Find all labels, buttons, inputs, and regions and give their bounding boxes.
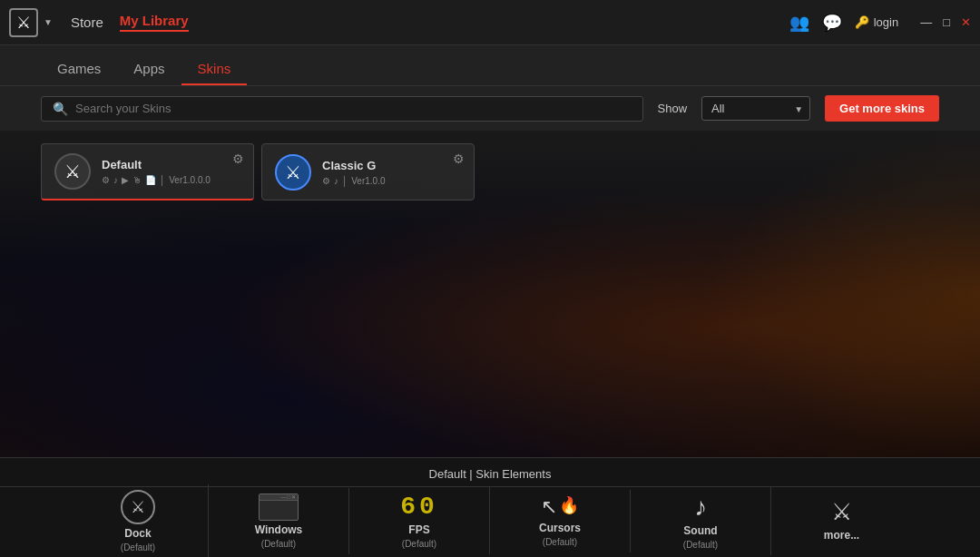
element-dock-name: Dock bbox=[124, 527, 151, 540]
skin-icons-default: ⚙ ♪ ▶ 🖱 📄 │ Ver1.0.0.0 bbox=[102, 175, 240, 185]
skins-grid: ⚔ Default ⚙ ♪ ▶ 🖱 📄 │ Ver1.0.0.0 ⚙ ⚔ Cla… bbox=[41, 143, 475, 200]
element-windows[interactable]: —□✕ Windows (Default) bbox=[209, 488, 349, 554]
maximize-button[interactable]: □ bbox=[943, 15, 950, 29]
toolbar: 🔍 Show All Installed Not Installed Get m… bbox=[0, 86, 980, 131]
titlebar: ⚔ ▼ Store My Library 👥 💬 🔑 login — □ ✕ bbox=[0, 0, 980, 45]
nav-mylibrary[interactable]: My Library bbox=[120, 13, 189, 32]
element-sound[interactable]: ♪ Sound (Default) bbox=[631, 487, 771, 555]
tab-skins[interactable]: Skins bbox=[181, 52, 248, 85]
login-label: login bbox=[874, 15, 898, 29]
main-content: ⚔ Default ⚙ ♪ ▶ 🖱 📄 │ Ver1.0.0.0 ⚙ ⚔ Cla… bbox=[0, 131, 980, 458]
windows-topbar: —□✕ bbox=[260, 494, 298, 501]
skin-avatar-default: ⚔ bbox=[54, 153, 91, 190]
element-more[interactable]: ⚔ more... bbox=[771, 493, 912, 550]
get-more-skins-button[interactable]: Get more skins bbox=[825, 95, 939, 122]
minimize-button[interactable]: — bbox=[920, 15, 932, 29]
skin-version-classic-g: Ver1.0.0 bbox=[351, 176, 385, 186]
tab-apps[interactable]: Apps bbox=[117, 52, 181, 85]
element-dock[interactable]: ⚔ Dock (Default) bbox=[68, 484, 209, 558]
elements-row: ⚔ Dock (Default) —□✕ Windows (Default) 6… bbox=[0, 487, 980, 554]
element-more-name: more... bbox=[824, 529, 859, 542]
element-dock-default: (Default) bbox=[121, 542, 155, 552]
search-icon: 🔍 bbox=[53, 102, 68, 116]
tabs-bar: Games Apps Skins bbox=[0, 45, 980, 86]
skin-version-default: Ver1.0.0.0 bbox=[169, 175, 211, 185]
element-cursors[interactable]: ↖ 🔥 Cursors (Default) bbox=[490, 490, 631, 552]
chat-icon[interactable]: 💬 bbox=[822, 13, 842, 33]
user-group-icon[interactable]: 👥 bbox=[789, 13, 809, 33]
skin-name-default: Default bbox=[102, 158, 240, 171]
close-button[interactable]: ✕ bbox=[961, 15, 971, 29]
skin-gear-classic-g[interactable]: ⚙ bbox=[453, 151, 465, 166]
bottom-panel: Default | Skin Elements ⚔ Dock (Default)… bbox=[0, 457, 980, 557]
element-sound-name: Sound bbox=[683, 524, 717, 537]
search-input[interactable] bbox=[75, 102, 632, 115]
element-windows-default: (Default) bbox=[261, 539, 296, 549]
sound-icon: ♪ bbox=[694, 493, 707, 522]
skin-name-classic-g: Classic G bbox=[322, 159, 461, 172]
windows-icon: —□✕ bbox=[259, 493, 299, 521]
skin-gear-default[interactable]: ⚙ bbox=[232, 151, 244, 166]
tab-games[interactable]: Games bbox=[41, 52, 117, 85]
element-sound-default: (Default) bbox=[683, 540, 718, 550]
skin-info-classic-g: Classic G ⚙ ♪ │ Ver1.0.0 bbox=[322, 159, 461, 186]
skin-card-classic-g[interactable]: ⚔ Classic G ⚙ ♪ │ Ver1.0.0 ⚙ bbox=[261, 143, 475, 200]
search-container: 🔍 bbox=[41, 96, 643, 122]
key-icon: 🔑 bbox=[855, 15, 869, 29]
skin-info-default: Default ⚙ ♪ ▶ 🖱 📄 │ Ver1.0.0.0 bbox=[102, 158, 240, 185]
element-fps-name: FPS bbox=[408, 523, 429, 536]
show-dropdown-wrapper[interactable]: All Installed Not Installed bbox=[701, 96, 810, 121]
window-controls: — □ ✕ bbox=[920, 15, 971, 29]
skin-icons-classic-g: ⚙ ♪ │ Ver1.0.0 bbox=[322, 176, 461, 186]
fps-icon: 60 bbox=[400, 493, 438, 521]
skin-card-default[interactable]: ⚔ Default ⚙ ♪ ▶ 🖱 📄 │ Ver1.0.0.0 ⚙ bbox=[41, 143, 254, 200]
logo-area[interactable]: ⚔ ▼ bbox=[9, 8, 53, 37]
login-button[interactable]: 🔑 login bbox=[855, 15, 898, 29]
app-logo[interactable]: ⚔ bbox=[9, 8, 38, 37]
more-icon: ⚔ bbox=[831, 498, 852, 526]
skin-elements-label: Default | Skin Elements bbox=[0, 458, 980, 487]
titlebar-right: 👥 💬 🔑 login — □ ✕ bbox=[789, 13, 971, 33]
nav-store[interactable]: Store bbox=[71, 15, 103, 30]
skin-avatar-classic-g: ⚔ bbox=[275, 154, 311, 191]
element-fps[interactable]: 60 FPS (Default) bbox=[349, 487, 490, 554]
element-fps-default: (Default) bbox=[402, 539, 436, 549]
logo-dropdown-arrow[interactable]: ▼ bbox=[44, 17, 53, 27]
element-windows-name: Windows bbox=[255, 523, 303, 536]
dock-icon: ⚔ bbox=[121, 490, 155, 524]
element-cursors-name: Cursors bbox=[539, 522, 581, 534]
cursors-icon: ↖ 🔥 bbox=[541, 495, 579, 519]
element-cursors-default: (Default) bbox=[543, 537, 577, 547]
show-label: Show bbox=[658, 102, 688, 115]
show-dropdown[interactable]: All Installed Not Installed bbox=[701, 96, 810, 121]
